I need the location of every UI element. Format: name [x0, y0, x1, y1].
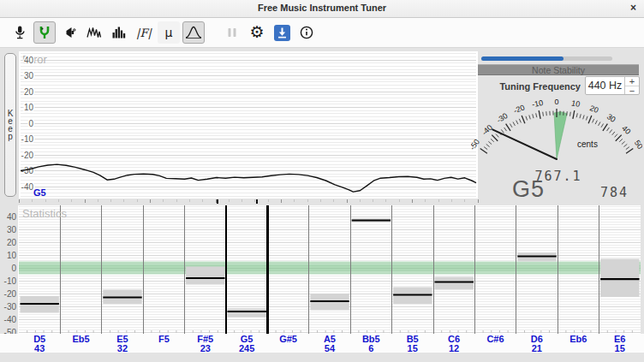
export-icon: [274, 25, 290, 41]
note-cell: D543: [19, 335, 60, 353]
svg-text:10: 10: [24, 103, 34, 112]
pause-button[interactable]: [221, 21, 243, 44]
note-count: 54: [309, 344, 350, 353]
note-labels-row: D543Eb5E532F5F#523G5245G#5A554Bb56B515C6…: [19, 335, 641, 353]
svg-text:10: 10: [7, 251, 17, 260]
error-chart-svg: Error403020100-10-20-30-40G5: [19, 51, 478, 199]
svg-text:-40: -40: [4, 315, 17, 324]
note-cell: Eb6: [558, 335, 599, 353]
svg-text:20: 20: [7, 238, 17, 247]
info-icon: [299, 25, 314, 40]
waveform-icon: [86, 25, 102, 40]
titlebar: Free Music Instrument Tuner ×: [0, 0, 644, 18]
svg-text:-30: -30: [495, 111, 509, 124]
note-count: 23: [185, 344, 226, 353]
histogram-button[interactable]: [108, 21, 130, 44]
stat-deviation-band: [186, 267, 224, 285]
note-cell: D621: [516, 335, 558, 353]
pause-icon: [224, 25, 240, 40]
export-button[interactable]: [271, 21, 293, 44]
gear-icon: ⚙: [249, 25, 264, 40]
microphone-button[interactable]: [9, 21, 31, 44]
svg-text:-20: -20: [21, 151, 34, 160]
svg-text:-50: -50: [471, 138, 481, 151]
note-cell: G#5: [267, 335, 308, 353]
gauge-units-label: cents: [577, 139, 598, 149]
note-count: 15: [599, 344, 640, 353]
note-label: G#5: [267, 335, 308, 344]
note-count: 12: [433, 344, 474, 353]
tuning-fork-icon: [37, 25, 52, 40]
note-count: 32: [102, 344, 143, 353]
speaker-button[interactable]: [58, 21, 80, 44]
frequency-readout: 767.1: [476, 169, 641, 184]
window-title: Free Music Instrument Tuner: [0, 3, 644, 13]
note-cell: Bb56: [350, 335, 391, 353]
mu-button[interactable]: μ: [158, 21, 180, 44]
bell-curve-button[interactable]: [182, 21, 205, 44]
svg-text:20: 20: [588, 104, 599, 115]
stat-deviation-band: [435, 277, 474, 290]
note-cell: E615: [599, 335, 640, 353]
note-label: Eb6: [558, 335, 599, 344]
fourier-button[interactable]: |F|: [133, 21, 155, 44]
note-cell: F5: [143, 335, 184, 353]
info-button[interactable]: [295, 21, 318, 44]
svg-text:0: 0: [554, 98, 558, 106]
svg-text:-40: -40: [21, 182, 34, 192]
svg-text:40: 40: [620, 124, 632, 136]
settings-button[interactable]: ⚙: [246, 21, 268, 44]
note-cell: F#523: [185, 335, 226, 353]
gauge-green-zone: [554, 112, 567, 159]
svg-text:-10: -10: [21, 134, 34, 144]
svg-text:20: 20: [24, 87, 34, 97]
note-count: 43: [19, 344, 60, 353]
svg-text:-20: -20: [512, 103, 526, 115]
stat-deviation-band: [600, 259, 639, 298]
error-chart: Error403020100-10-20-30-40G5: [19, 51, 478, 199]
svg-text:40: 40: [24, 56, 34, 65]
keep-button[interactable]: Keep: [4, 53, 16, 197]
svg-text:-50: -50: [4, 328, 17, 335]
error-line: [21, 164, 476, 192]
gauge-needle: [492, 129, 557, 159]
note-label: Eb5: [60, 335, 101, 344]
toolbar: |F| μ ⚙: [0, 18, 644, 48]
note-cell: B515: [392, 335, 433, 353]
svg-text:-10: -10: [4, 276, 17, 286]
histogram-icon: [111, 25, 127, 40]
note-count: 245: [226, 344, 267, 353]
note-count: 21: [516, 344, 558, 353]
note-cell: A554: [309, 335, 350, 353]
svg-text:30: 30: [605, 112, 617, 124]
svg-text:-10: -10: [531, 98, 544, 109]
note-cell: E532: [102, 335, 143, 353]
note-count: 15: [392, 344, 433, 353]
target-frequency-readout: 784: [600, 185, 629, 200]
cents-gauge: -50-40-30-20-1001020304050cents: [471, 91, 642, 171]
microphone-icon: [12, 25, 27, 40]
mu-icon: μ: [165, 26, 173, 39]
note-label: C#6: [474, 335, 516, 344]
svg-text:-20: -20: [4, 289, 17, 299]
note-cell: G5245: [226, 335, 267, 353]
close-button[interactable]: ×: [630, 3, 636, 14]
panel-header: Note Stability: [478, 64, 639, 75]
stat-deviation-band: [228, 308, 266, 317]
svg-text:-30: -30: [4, 302, 17, 312]
note-count: 6: [350, 344, 391, 353]
svg-text:0: 0: [11, 264, 16, 273]
tuning-fork-button[interactable]: [33, 21, 56, 44]
svg-text:10: 10: [570, 98, 581, 109]
fourier-icon: |F|: [136, 27, 152, 39]
statistics-title: Statistics: [22, 207, 68, 220]
svg-text:0: 0: [28, 119, 33, 128]
svg-text:40: 40: [7, 212, 17, 222]
svg-text:30: 30: [24, 71, 34, 80]
waveform-button[interactable]: [83, 21, 105, 44]
error-current-note: G5: [33, 187, 46, 198]
note-stability-panel: Note Stability Tuning Frequency 440 Hz +…: [476, 51, 641, 204]
note-cell: Eb5: [60, 335, 101, 353]
statistics-chart: 403020100-10-20-30-40-50Statistics: [0, 205, 644, 334]
note-label: F5: [143, 335, 184, 344]
